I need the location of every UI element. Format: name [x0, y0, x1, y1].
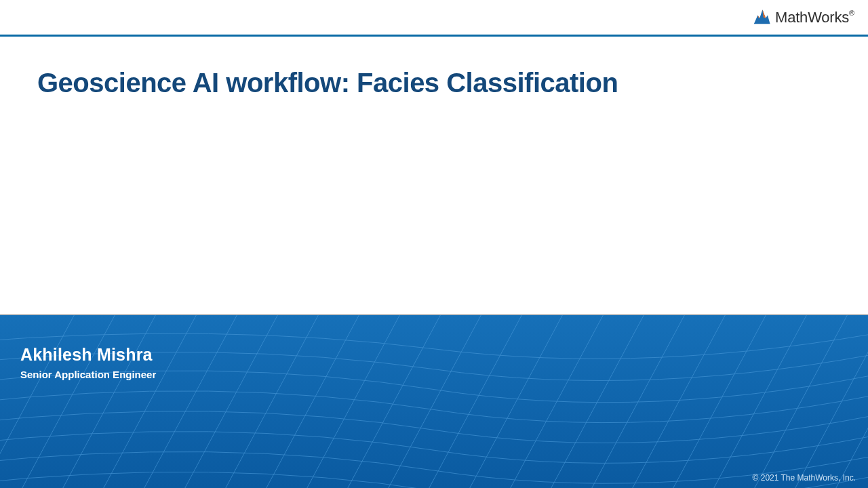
svg-line-1	[14, 315, 122, 488]
svg-line-17	[665, 315, 773, 488]
wireframe-grid-decoration	[0, 315, 868, 488]
svg-line-4	[136, 315, 244, 488]
svg-line-10	[380, 315, 488, 488]
svg-line-0	[0, 315, 81, 488]
author-block: Akhilesh Mishra Senior Application Engin…	[20, 345, 156, 380]
presentation-slide: MathWorks® Geoscience AI workflow: Facie…	[0, 0, 868, 488]
author-role: Senior Application Engineer	[20, 369, 156, 380]
mathworks-logo: MathWorks®	[752, 7, 854, 28]
svg-line-6	[217, 315, 326, 488]
copyright-text: © 2021 The MathWorks, Inc.	[753, 473, 856, 483]
svg-line-11	[420, 315, 529, 488]
svg-line-5	[176, 315, 285, 488]
svg-line-16	[624, 315, 732, 488]
brand-text: MathWorks®	[775, 9, 854, 26]
mathworks-icon	[752, 7, 771, 28]
svg-line-3	[95, 315, 203, 488]
author-name: Akhilesh Mishra	[20, 345, 156, 365]
header-bar: MathWorks®	[0, 0, 868, 37]
svg-line-15	[583, 315, 692, 488]
slide-title: Geoscience AI workflow: Facies Classific…	[37, 68, 831, 98]
svg-line-18	[705, 315, 814, 488]
svg-line-2	[54, 315, 163, 488]
svg-line-9	[339, 315, 448, 488]
title-area: Geoscience AI workflow: Facies Classific…	[37, 68, 831, 98]
svg-line-8	[298, 315, 407, 488]
svg-line-7	[258, 315, 366, 488]
footer-area: Akhilesh Mishra Senior Application Engin…	[0, 314, 868, 488]
